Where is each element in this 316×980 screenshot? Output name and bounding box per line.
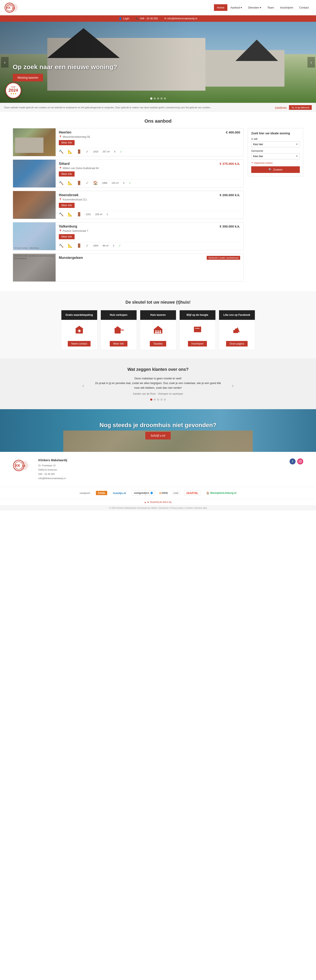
listing-status-munstergeleen: Verkocht | onder voorbehoud <box>207 256 240 260</box>
hero-dot-2[interactable] <box>154 97 156 100</box>
listing-specs-heerlen: 🔨 📐 🚪 ✓ 1910 257 m² 6 ✓ <box>59 148 240 154</box>
instagram-icon[interactable] <box>297 458 303 465</box>
spec-year-valkenburg: 1954 <box>93 244 98 247</box>
spec-rooms-valkenburg: 3 <box>113 244 114 247</box>
taxateur-label[interactable]: ▲ ★ TAXATEUR-INFO.NL <box>144 501 172 503</box>
listing-info-munstergeleen: Munstergeleen Verkocht | onder voorbehou… <box>56 254 243 282</box>
listing-card-sittard: Sittard € 375.000 k.k. 📍 Willem van Gelr… <box>13 159 243 188</box>
hero-prev-arrow[interactable]: ‹ <box>1 57 8 68</box>
listing-moreinfo-heerlen[interactable]: Meer info <box>59 140 75 145</box>
partner-jaap: JAAP.NL <box>184 490 200 496</box>
svg-point-31 <box>301 460 301 461</box>
hero-cta-button[interactable]: Woning taxeren <box>13 74 43 81</box>
svg-text:€: € <box>78 330 79 332</box>
cookie-bar: Deze website maakt gebruik van cookies o… <box>0 103 316 112</box>
listing-card-munstergeleen: Verkocht | onder voorbehoud | benedenwon… <box>13 253 243 282</box>
hero-dot-4[interactable] <box>160 97 163 100</box>
hero-dot-3[interactable] <box>157 97 159 100</box>
testimonial-prev-arrow[interactable]: ‹ <box>83 383 84 389</box>
service-icon-taxeren <box>140 320 176 341</box>
partner-emte: emté <box>172 491 180 495</box>
facebook-icon[interactable]: f <box>290 458 295 465</box>
listing-moreinfo-hoensbroek[interactable]: Meer info <box>59 203 75 208</box>
svg-point-18 <box>160 330 161 332</box>
listings-title: Ons aanbod <box>13 118 303 124</box>
spec-icon-check4: ✓ <box>86 243 89 248</box>
testimonial-dot-4[interactable] <box>160 399 163 401</box>
testimonial-dot-3[interactable] <box>157 399 159 401</box>
spec-icon-build3: 🔨 <box>59 212 64 216</box>
spec-year-heerlen: 1910 <box>93 150 98 153</box>
listing-price-sittard: € 375.000 k.k. <box>220 162 240 165</box>
hero-section: Op zoek naar een nieuwe woning? Woning t… <box>0 22 316 103</box>
testimonial-dot-5[interactable] <box>164 399 166 401</box>
listing-address-hoensbroek: 📍 Kouvendenstraat 211 <box>59 198 240 201</box>
spec-check-valkenburg: ✓ <box>119 244 121 247</box>
search-uwilt-label: U wilt <box>251 138 300 140</box>
cookie-accept-button[interactable]: Ja, ik ga akkoord <box>289 105 312 110</box>
listing-price-hoensbroek: € 200.000 k.k. <box>220 193 240 197</box>
email-info: ✉ info@klinkersmakelardij.nl <box>164 17 197 20</box>
listing-moreinfo-valkenburg[interactable]: Meer info <box>59 234 75 239</box>
listing-image-munstergeleen: Verkocht | onder voorbehoud | benedenwon… <box>13 254 56 282</box>
service-card-waardebepaling: Gratis waardebepaling € Neem contact <box>61 310 97 350</box>
testimonial-dot-1[interactable] <box>150 399 152 401</box>
spec-rooms-heerlen: 6 <box>114 150 116 153</box>
spec-icon-rooms2: 🚪 <box>77 181 81 185</box>
spec-rooms-sittard: 4 <box>123 182 124 184</box>
testimonial-dots <box>13 399 303 401</box>
search-advanced-link[interactable]: ✦ Uitgebreid zoeken <box>251 161 300 164</box>
listing-info-hoensbroek: Hoensbroek € 200.000 k.k. 📍 Kouvendenstr… <box>56 191 243 219</box>
hero-dot-1[interactable] <box>150 97 152 100</box>
user-icon: 👤 <box>119 17 122 20</box>
service-btn-verkopen[interactable]: Meer info <box>110 341 127 347</box>
login-link[interactable]: 👤 Login <box>119 17 129 20</box>
spec-icon-surface3: 📐 <box>68 212 73 216</box>
cookie-settings-link[interactable]: Instellingen <box>275 106 287 109</box>
svg-text:KK: KK <box>13 7 15 9</box>
spec-check-heerlen: ✓ <box>120 150 122 153</box>
hero-next-arrow[interactable]: › <box>308 57 315 68</box>
nav-contact[interactable]: Contact <box>296 4 312 11</box>
nav-team[interactable]: Team <box>264 4 277 11</box>
listing-city-sittard: Sittard <box>59 162 70 165</box>
partner-huislijn: huislijn.nl <box>111 491 128 496</box>
testimonial-dot-2[interactable] <box>154 399 156 401</box>
service-header-verkopen: Huis verkopen <box>101 310 137 320</box>
search-button[interactable]: 🔍 Zoeken <box>251 166 300 173</box>
service-btn-taxeren[interactable]: Taxaties <box>150 341 166 347</box>
service-btn-hoogte[interactable]: Inschrijven <box>188 341 207 347</box>
listing-moreinfo-sittard[interactable]: Meer info <box>59 172 75 177</box>
service-icon-verkopen <box>101 320 137 341</box>
service-icon-waardebepaling: € <box>61 320 97 341</box>
taxateur-arrow-icon: ▲ <box>144 501 147 503</box>
testimonial-next-arrow[interactable]: › <box>232 383 234 389</box>
listing-city-heerlen: Heerlen <box>59 130 71 134</box>
footer-logo-icon: KK KK <box>13 458 30 472</box>
spec-surface-hoensbroek: 158 m² <box>95 213 102 216</box>
phone-icon: 📞 <box>136 17 139 20</box>
service-btn-facebook[interactable]: Onze pagina <box>226 341 248 347</box>
svg-rect-29 <box>299 460 302 463</box>
search-uwilt-select[interactable]: Kies hier <box>251 142 300 147</box>
hero-dot-5[interactable] <box>164 97 166 100</box>
pin-icon: 📍 <box>59 135 62 138</box>
nav-inschrijven[interactable]: Inschrijven <box>277 4 296 11</box>
search-gemeente-label: Gemeente <box>251 150 300 153</box>
testimonial-container: ‹ Deze makelaar is geen moeite te veel! … <box>89 376 227 395</box>
service-card-verkopen: Huis verkopen Meer info <box>100 310 137 350</box>
partners-bar: vastgoed funda huislijn.nl vastgoedpro 🔷… <box>0 487 316 499</box>
service-icon-facebook <box>219 320 255 341</box>
nav-diensten[interactable]: Diensten ▾ <box>245 4 264 11</box>
svg-text:KK: KK <box>6 6 11 10</box>
search-gemeente-select[interactable]: Kies hier <box>251 153 300 159</box>
service-btn-waardebepaling[interactable]: Neem contact <box>68 341 91 347</box>
cta-button[interactable]: Schrijf u in! <box>145 432 171 439</box>
nav-aanbod[interactable]: Aanbod ▾ <box>227 4 245 11</box>
listing-image-hoensbroek <box>13 191 56 219</box>
service-card-facebook: Like ons op Facebook Onze pagina <box>219 310 255 350</box>
copyright-text: © 2024 Klinkers Makelaardij | Developed … <box>109 507 207 509</box>
nav-home[interactable]: Home <box>214 4 227 11</box>
top-header: KK KK Home Aanbod ▾ Diensten ▾ Team Insc… <box>0 0 316 15</box>
listing-image-heerlen <box>13 128 56 156</box>
